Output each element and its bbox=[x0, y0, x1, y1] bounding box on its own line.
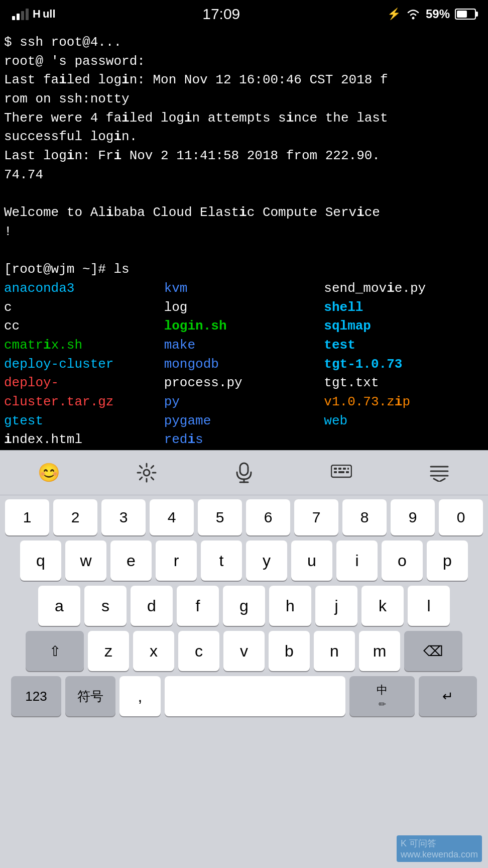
number-row: 1 2 3 4 5 6 7 8 9 0 bbox=[2, 499, 486, 535]
terminal-line-7: Last login: Fri Nov 2 11:41:58 2018 from… bbox=[4, 147, 484, 166]
key-space[interactable] bbox=[165, 676, 345, 716]
ls-item: py bbox=[164, 393, 324, 412]
ls-item: index.html bbox=[4, 430, 164, 450]
svg-rect-7 bbox=[338, 468, 341, 470]
key-symbols[interactable]: 符号 bbox=[65, 676, 115, 716]
terminal-line-1: $ ssh root@4... bbox=[4, 33, 484, 52]
keyboard-toggle-button[interactable] bbox=[321, 455, 361, 490]
ls-item: login.sh bbox=[164, 317, 324, 336]
svg-rect-12 bbox=[346, 471, 349, 473]
key-r[interactable]: r bbox=[156, 540, 197, 581]
hide-keyboard-button[interactable] bbox=[419, 455, 459, 490]
ls-item: web bbox=[324, 412, 484, 431]
svg-rect-11 bbox=[338, 471, 344, 473]
battery-percent: 59% bbox=[426, 7, 450, 21]
key-8[interactable]: 8 bbox=[342, 499, 387, 535]
key-9[interactable]: 9 bbox=[391, 499, 435, 535]
terminal-ls-command: [root@wjm ~]# ls bbox=[4, 260, 484, 279]
ls-item: cmatrix.sh bbox=[4, 336, 164, 355]
svg-point-0 bbox=[412, 17, 414, 20]
signal-icon bbox=[12, 9, 29, 20]
terminal-line-3: Last failed login: Mon Nov 12 16:00:46 C… bbox=[4, 71, 484, 90]
key-0[interactable]: 0 bbox=[439, 499, 483, 535]
key-1[interactable]: 1 bbox=[5, 499, 49, 535]
key-u[interactable]: u bbox=[291, 540, 332, 581]
ls-item: kvm bbox=[164, 279, 324, 298]
battery-icon bbox=[455, 9, 476, 20]
ls-item: tgt-1.0.73 bbox=[324, 355, 484, 374]
ls-item: sqlmap bbox=[324, 317, 484, 336]
key-i[interactable]: i bbox=[336, 540, 378, 581]
key-v[interactable]: v bbox=[223, 631, 265, 671]
ls-item: gtest bbox=[4, 412, 164, 431]
ls-item: cc bbox=[4, 317, 164, 336]
key-f[interactable]: f bbox=[177, 586, 219, 626]
ls-item: mongodb bbox=[164, 355, 324, 374]
keyboard-toolbar: 😊 bbox=[0, 450, 488, 495]
key-b[interactable]: b bbox=[269, 631, 310, 671]
settings-button[interactable] bbox=[127, 455, 167, 490]
svg-point-1 bbox=[144, 470, 150, 476]
ls-item: shell bbox=[324, 298, 484, 317]
key-x[interactable]: x bbox=[133, 631, 174, 671]
shift-key[interactable]: ⇧ bbox=[26, 631, 84, 671]
status-left: H ull bbox=[12, 8, 56, 21]
ls-output: anaconda3 c cc cmatrix.sh deploy-cluster… bbox=[4, 279, 484, 450]
status-bar: H ull 17:09 ⚡ 59% bbox=[0, 0, 488, 28]
key-6[interactable]: 6 bbox=[246, 499, 290, 535]
key-p[interactable]: p bbox=[427, 540, 468, 581]
ls-item: tgt.txt bbox=[324, 374, 484, 393]
key-7[interactable]: 7 bbox=[294, 499, 338, 535]
key-w[interactable]: w bbox=[65, 540, 106, 581]
key-g[interactable]: g bbox=[223, 586, 265, 626]
svg-rect-8 bbox=[343, 468, 346, 470]
ls-item: c bbox=[4, 298, 164, 317]
key-comma[interactable]: , bbox=[119, 676, 161, 716]
terminal-welcome: Welcome to Alibaba Cloud Elastic Compute… bbox=[4, 203, 484, 223]
emoji-button[interactable]: 😊 bbox=[29, 455, 69, 490]
bottom-row: 123 符号 , 中✏ ↵ bbox=[2, 676, 486, 716]
key-j[interactable]: j bbox=[315, 586, 357, 626]
ls-item: anaconda3 bbox=[4, 279, 164, 298]
key-m[interactable]: m bbox=[359, 631, 400, 671]
backspace-key[interactable]: ⌫ bbox=[404, 631, 462, 671]
ls-item: process.py bbox=[164, 374, 324, 393]
key-enter[interactable]: ↵ bbox=[419, 676, 477, 716]
q-row: q w e r t y u i o p bbox=[2, 540, 486, 581]
key-a[interactable]: a bbox=[38, 586, 80, 626]
terminal-line-5: There were 4 failed login attempts since… bbox=[4, 109, 484, 128]
key-y[interactable]: y bbox=[246, 540, 287, 581]
key-t[interactable]: t bbox=[201, 540, 242, 581]
svg-rect-9 bbox=[347, 468, 349, 470]
mic-button[interactable] bbox=[224, 455, 264, 490]
wifi-icon bbox=[406, 9, 421, 20]
ls-col-2: kvm log login.sh make mongodb process.py… bbox=[164, 279, 324, 450]
terminal-line-4: rom on ssh:notty bbox=[4, 90, 484, 109]
key-d[interactable]: d bbox=[131, 586, 173, 626]
ls-item bbox=[324, 430, 484, 450]
key-z[interactable]: z bbox=[88, 631, 129, 671]
key-2[interactable]: 2 bbox=[53, 499, 97, 535]
terminal-output: $ ssh root@4... root@ 's password: Last … bbox=[0, 28, 488, 450]
keyboard: 1 2 3 4 5 6 7 8 9 0 q w e r t y u i o p … bbox=[0, 495, 488, 868]
ls-col-3: send_movie.py shell sqlmap test tgt-1.0.… bbox=[324, 279, 484, 450]
key-5[interactable]: 5 bbox=[198, 499, 242, 535]
watermark: K 可问答www.kewenda.com bbox=[397, 835, 482, 862]
status-time: 17:09 bbox=[202, 6, 240, 23]
key-chinese-mode[interactable]: 中✏ bbox=[349, 676, 415, 716]
key-e[interactable]: e bbox=[110, 540, 152, 581]
key-l[interactable]: l bbox=[408, 586, 450, 626]
key-3[interactable]: 3 bbox=[101, 499, 146, 535]
ls-item: log bbox=[164, 298, 324, 317]
key-123[interactable]: 123 bbox=[11, 676, 61, 716]
key-s[interactable]: s bbox=[84, 586, 127, 626]
key-4[interactable]: 4 bbox=[150, 499, 194, 535]
key-n[interactable]: n bbox=[314, 631, 355, 671]
key-c[interactable]: c bbox=[178, 631, 219, 671]
key-h[interactable]: h bbox=[269, 586, 311, 626]
ls-item: v1.0.73.zip bbox=[324, 393, 484, 412]
key-k[interactable]: k bbox=[361, 586, 404, 626]
key-o[interactable]: o bbox=[382, 540, 423, 581]
key-q[interactable]: q bbox=[20, 540, 61, 581]
network-type: H bbox=[33, 8, 41, 21]
